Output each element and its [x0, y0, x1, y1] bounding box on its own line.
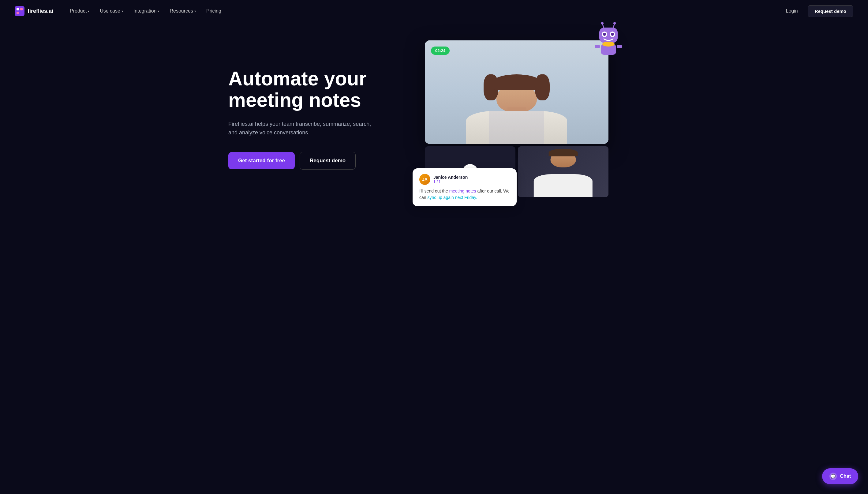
main-video-panel: 02:24: [425, 40, 609, 144]
person-video-thumb: [518, 146, 609, 197]
svg-point-12: [603, 33, 606, 36]
chat-bubble-icon: 💬: [829, 473, 837, 480]
svg-rect-3: [17, 12, 19, 14]
chat-bubble: JA Janice Anderson 1:21 I'll send out th…: [412, 168, 517, 206]
nav-links: Product ▾ Use case ▾ Integration ▾ Resou…: [65, 6, 226, 16]
svg-rect-1: [17, 8, 19, 11]
nav-item-pricing[interactable]: Pricing: [202, 6, 226, 16]
hero-visual: 02:24 JA Janice Anderson 1:21 I'll send …: [393, 40, 640, 197]
hero-cta: Get started for free Request demo: [228, 152, 375, 170]
svg-rect-4: [20, 12, 23, 14]
request-demo-button[interactable]: Request demo: [808, 5, 853, 17]
navigation: fireflies.ai Product ▾ Use case ▾ Integr…: [0, 0, 868, 22]
svg-rect-0: [15, 6, 24, 16]
logo[interactable]: fireflies.ai: [15, 6, 53, 16]
chevron-down-icon: ▾: [158, 10, 159, 13]
chat-user-name: Janice Anderson: [433, 175, 468, 180]
video-timer: 02:24: [431, 46, 450, 55]
hero-content: Automate your meeting notes Fireflies.ai…: [228, 68, 375, 170]
svg-point-15: [602, 42, 615, 46]
nav-item-product[interactable]: Product ▾: [65, 6, 94, 16]
hero-section: Automate your meeting notes Fireflies.ai…: [214, 22, 654, 222]
video-mockup: 02:24 JA Janice Anderson 1:21 I'll send …: [425, 40, 609, 197]
svg-rect-17: [617, 45, 622, 48]
svg-rect-16: [595, 45, 600, 48]
logo-text: fireflies.ai: [27, 8, 53, 14]
hero-title: Automate your meeting notes: [228, 68, 375, 111]
robot-mascot: [593, 22, 624, 60]
chevron-down-icon: ▾: [194, 10, 196, 13]
nav-item-integration[interactable]: Integration ▾: [129, 6, 164, 16]
chevron-down-icon: ▾: [88, 10, 89, 13]
chat-bubble-header: JA Janice Anderson 1:21: [419, 174, 510, 185]
chat-message: I'll send out the meeting notes after ou…: [419, 188, 510, 201]
chat-timestamp: 1:21: [433, 180, 468, 184]
login-button[interactable]: Login: [781, 6, 803, 16]
svg-point-13: [611, 33, 614, 36]
get-started-button[interactable]: Get started for free: [228, 152, 295, 169]
nav-item-use-case[interactable]: Use case ▾: [96, 6, 127, 16]
chevron-down-icon: ▾: [121, 10, 123, 13]
hero-subtitle: Fireflies.ai helps your team transcribe,…: [228, 120, 375, 137]
nav-right: Login Request demo: [781, 5, 853, 17]
svg-point-6: [601, 22, 603, 24]
request-demo-hero-button[interactable]: Request demo: [300, 152, 356, 170]
svg-rect-2: [20, 8, 23, 11]
svg-point-8: [613, 22, 616, 24]
chat-support-button[interactable]: 💬 Chat: [822, 468, 858, 484]
nav-item-resources[interactable]: Resources ▾: [166, 6, 200, 16]
chat-avatar: JA: [419, 174, 430, 185]
